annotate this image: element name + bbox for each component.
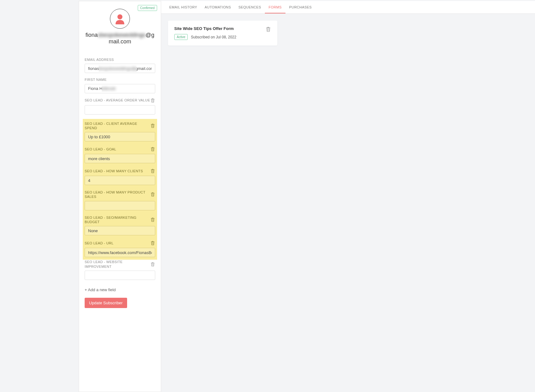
tabs-bar: EMAIL HISTORY AUTOMATIONS SEQUENCES FORM… (161, 1, 535, 14)
field-label: SEO LEAD - WEBSITE IMPROVEMENT (85, 260, 150, 269)
improve-input[interactable] (85, 271, 155, 280)
field-label: SEO LEAD - HOW MANY CLIENTS (85, 169, 143, 173)
trash-icon (151, 147, 155, 151)
trash-icon (151, 262, 155, 267)
field-url: SEO LEAD - URL (83, 238, 157, 260)
subscribed-date: Subscribed on Jul 08, 2022 (191, 35, 236, 39)
subscriber-email-display: fionasbespokeweddings@gmail.com (85, 32, 155, 45)
delete-field-button[interactable] (150, 123, 155, 129)
field-label: SEO LEAD - SEO/MARKETING BUDGET (85, 215, 150, 224)
status-badge-confirmed: Confirmed (138, 5, 157, 11)
field-products: SEO LEAD - HOW MANY PRODUCT SALES (83, 188, 157, 213)
field-aov: SEO LEAD - AVERAGE ORDER VALUE (85, 98, 155, 115)
field-label: SEO LEAD - GOAL (85, 147, 116, 151)
field-email: EMAIL ADDRESS (85, 57, 155, 73)
goal-input[interactable] (85, 154, 155, 163)
tab-sequences[interactable]: SEQUENCES (235, 1, 265, 13)
delete-field-button[interactable] (150, 217, 155, 223)
delete-field-button[interactable] (150, 146, 155, 152)
budget-input[interactable] (85, 226, 155, 235)
field-improve: SEO LEAD - WEBSITE IMPROVEMENT (85, 260, 155, 280)
field-label: SEO LEAD - CLIENT AVERAGE SPEND (85, 121, 150, 130)
trash-icon (151, 218, 155, 222)
trash-icon (151, 98, 155, 103)
delete-field-button[interactable] (150, 192, 155, 197)
status-badge-active: Active (174, 34, 188, 40)
add-field-link[interactable]: + Add a new field (85, 287, 116, 292)
trash-icon (151, 241, 155, 245)
form-card-title: Site Wide SEO Tips Offer Form (174, 26, 265, 31)
update-subscriber-button[interactable]: Update Subscriber (85, 298, 127, 308)
field-label: FIRST NAME (85, 77, 107, 82)
field-goal: SEO LEAD - GOAL (83, 144, 157, 166)
field-clients: SEO LEAD - HOW MANY CLIENTS (83, 166, 157, 188)
delete-field-button[interactable] (150, 240, 155, 246)
form-subscription-card: Site Wide SEO Tips Offer Form Active Sub… (168, 21, 277, 46)
tab-automations[interactable]: AUTOMATIONS (201, 1, 235, 13)
field-spend: SEO LEAD - CLIENT AVERAGE SPEND (83, 119, 157, 144)
field-first_name: FIRST NAME (85, 77, 155, 93)
first_name-input[interactable] (85, 84, 155, 93)
field-budget: SEO LEAD - SEO/MARKETING BUDGET (83, 213, 157, 238)
avatar (110, 9, 130, 29)
tab-forms[interactable]: FORMS (265, 1, 285, 13)
delete-form-subscription-button[interactable] (265, 26, 271, 33)
field-label: SEO LEAD - HOW MANY PRODUCT SALES (85, 190, 150, 199)
field-label: SEO LEAD - AVERAGE ORDER VALUE (85, 98, 150, 102)
field-label: EMAIL ADDRESS (85, 57, 114, 62)
trash-icon (151, 169, 155, 173)
trash-icon (151, 124, 155, 128)
email-input[interactable] (85, 64, 155, 73)
products-input[interactable] (85, 201, 155, 210)
clients-input[interactable] (85, 176, 155, 185)
trash-icon (266, 27, 270, 32)
svg-point-0 (117, 14, 122, 19)
subscriber-sidebar: Confirmed fionasbespokeweddings@gmail.co… (79, 1, 161, 392)
url-input[interactable] (85, 248, 155, 257)
tab-email-history[interactable]: EMAIL HISTORY (166, 1, 201, 13)
field-label: SEO LEAD - URL (85, 241, 113, 245)
aov-input[interactable] (85, 105, 155, 115)
delete-field-button[interactable] (150, 262, 155, 267)
person-icon (114, 12, 126, 25)
trash-icon (151, 192, 155, 197)
delete-field-button[interactable] (150, 168, 155, 174)
tab-purchases[interactable]: PURCHASES (285, 1, 315, 13)
spend-input[interactable] (85, 132, 155, 141)
delete-field-button[interactable] (150, 98, 155, 103)
